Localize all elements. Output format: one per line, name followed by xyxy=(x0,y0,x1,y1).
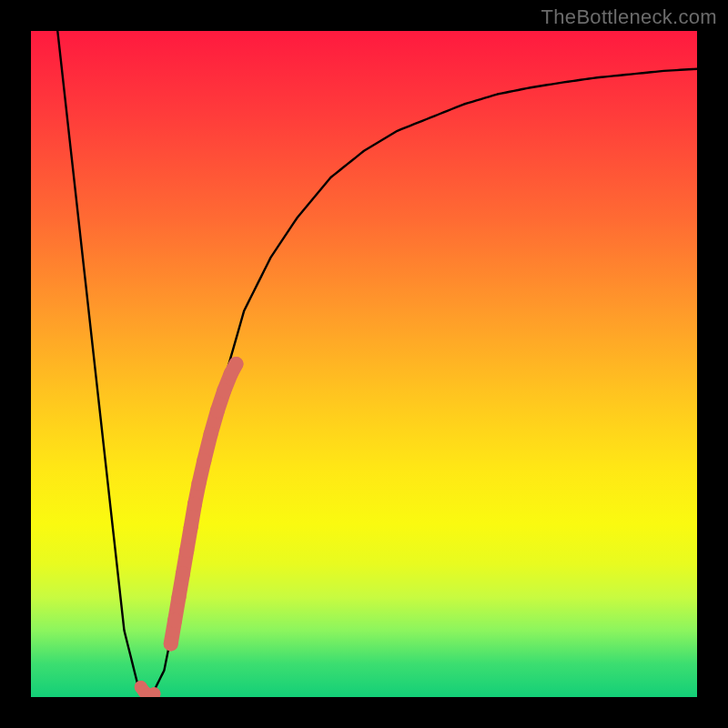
bottleneck-marker-segment-dot xyxy=(210,403,225,418)
bottleneck-marker-segment-dot xyxy=(184,520,198,534)
bottleneck-marker-segment-dot xyxy=(164,636,178,651)
watermark-text: TheBottleneck.com xyxy=(541,5,717,29)
bottleneck-marker-segment-dot xyxy=(204,427,218,441)
chart-svg xyxy=(31,31,697,697)
chart-frame: TheBottleneck.com xyxy=(0,0,728,728)
bottleneck-marker-segment-dot xyxy=(187,497,202,511)
bottleneck-marker-segment-dot xyxy=(176,567,190,581)
bottleneck-marker-segment-dot xyxy=(217,383,231,398)
bottleneck-marker-segment-dot xyxy=(172,590,187,604)
bottleneck-curve xyxy=(57,31,697,697)
bottleneck-marker-segment-dot xyxy=(167,613,182,628)
bottleneck-marker-segment-dot xyxy=(197,453,211,468)
bottleneck-marker-segment-dot xyxy=(179,543,194,558)
bottleneck-marker-segment-dot xyxy=(228,357,243,371)
bottleneck-marker-segment-dot xyxy=(191,477,206,491)
plot-area xyxy=(31,31,697,697)
